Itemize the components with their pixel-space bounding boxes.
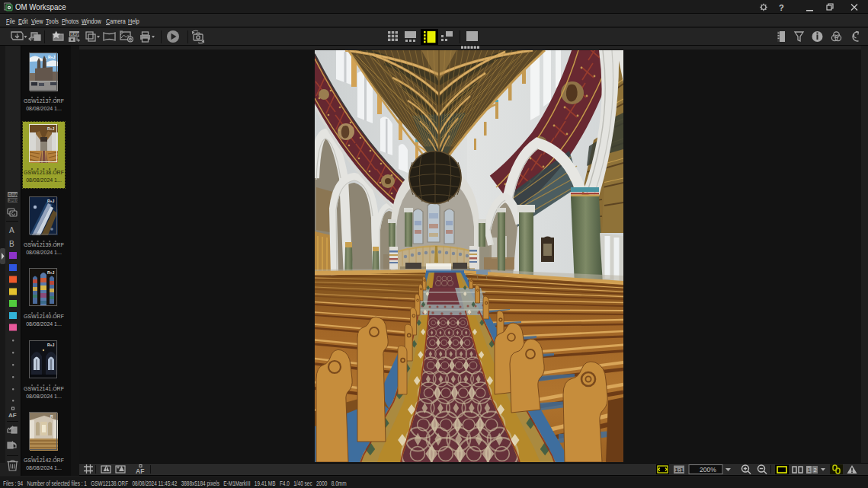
svg-text:1: 1 <box>808 467 811 474</box>
svg-text:AF: AF <box>8 412 17 419</box>
svg-text:RAW: RAW <box>8 193 19 197</box>
svg-text:?: ? <box>779 3 784 11</box>
svg-text:RAW: RAW <box>70 32 81 37</box>
svg-text:A: A <box>9 226 14 234</box>
svg-text:JPEG: JPEG <box>9 198 19 203</box>
svg-text:200%: 200% <box>700 466 716 474</box>
svg-text:B: B <box>9 240 14 248</box>
svg-text:AF: AF <box>136 467 144 475</box>
svg-text:1:1: 1:1 <box>675 467 684 474</box>
svg-text:2: 2 <box>814 467 817 474</box>
